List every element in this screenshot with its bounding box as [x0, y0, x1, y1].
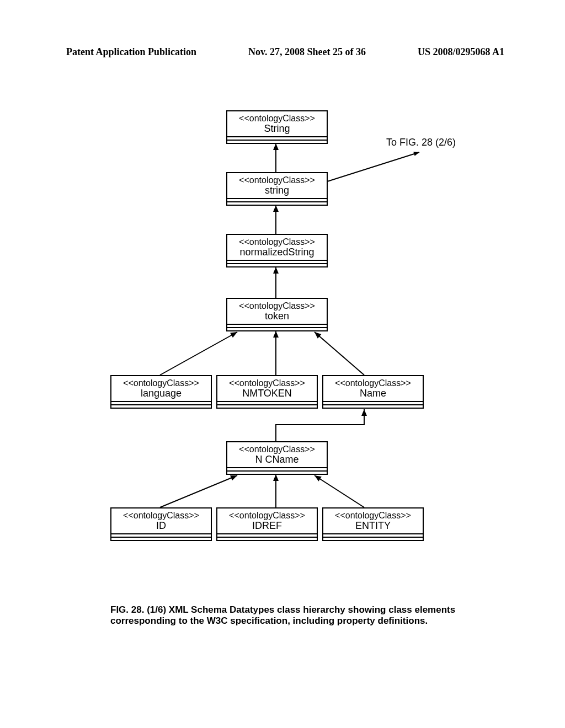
- class-box-String: <<ontologyClass>> String: [226, 110, 328, 144]
- class-name: language: [111, 388, 211, 402]
- svg-line-5: [315, 332, 364, 375]
- class-name: normalizedString: [227, 247, 327, 260]
- class-box-string: <<ontologyClass>> string: [226, 172, 328, 206]
- offpage-label: To FIG. 28 (2/6): [386, 137, 456, 148]
- class-name: token: [227, 311, 327, 324]
- stereotype-label: <<ontologyClass>>: [217, 508, 317, 521]
- svg-line-9: [326, 152, 419, 182]
- class-box-normalizedString: <<ontologyClass>> normalizedString: [226, 234, 328, 267]
- stereotype-label: <<ontologyClass>>: [227, 111, 327, 124]
- stereotype-label: <<ontologyClass>>: [323, 376, 423, 388]
- stereotype-label: <<ontologyClass>>: [323, 508, 423, 521]
- svg-line-6: [160, 475, 237, 507]
- class-name: ENTITY: [323, 521, 423, 534]
- class-box-ENTITY: <<ontologyClass>> ENTITY: [322, 507, 424, 541]
- stereotype-label: <<ontologyClass>>: [227, 299, 327, 311]
- class-box-Name: <<ontologyClass>> Name: [322, 375, 424, 409]
- class-box-NCName: <<ontologyClass>> N CName: [226, 441, 328, 475]
- page: Patent Application Publication Nov. 27, …: [0, 0, 565, 728]
- stereotype-label: <<ontologyClass>>: [227, 235, 327, 247]
- figure-caption: FIG. 28. (1/6) XML Schema Datatypes clas…: [110, 604, 463, 627]
- class-name: Name: [323, 388, 423, 402]
- class-name: N CName: [227, 454, 327, 468]
- class-name: ID: [111, 521, 211, 534]
- class-box-IDREF: <<ontologyClass>> IDREF: [216, 507, 318, 541]
- stereotype-label: <<ontologyClass>>: [227, 442, 327, 454]
- class-name: IDREF: [217, 521, 317, 534]
- class-box-NMTOKEN: <<ontologyClass>> NMTOKEN: [216, 375, 318, 409]
- stereotype-label: <<ontologyClass>>: [217, 376, 317, 388]
- class-box-language: <<ontologyClass>> language: [110, 375, 212, 409]
- stereotype-label: <<ontologyClass>>: [111, 376, 211, 388]
- class-name: string: [227, 185, 327, 199]
- svg-line-8: [315, 475, 364, 507]
- class-name: NMTOKEN: [217, 388, 317, 402]
- class-box-ID: <<ontologyClass>> ID: [110, 507, 212, 541]
- svg-line-3: [160, 332, 237, 375]
- class-box-token: <<ontologyClass>> token: [226, 298, 328, 331]
- class-name: String: [227, 124, 327, 137]
- stereotype-label: <<ontologyClass>>: [111, 508, 211, 521]
- stereotype-label: <<ontologyClass>>: [227, 173, 327, 185]
